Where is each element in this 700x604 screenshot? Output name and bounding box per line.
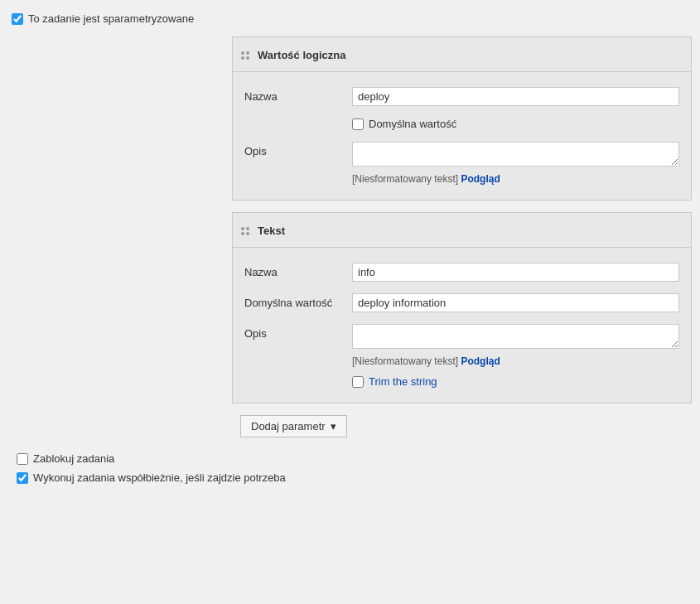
text-podglad-link[interactable]: Podgląd [461,355,500,367]
logical-nazwa-wrap [352,87,679,106]
logical-podglad-link[interactable]: Podgląd [461,173,500,185]
zablokuj-row: Zablokuj zadania [17,452,692,465]
logical-opis-row: Opis [233,138,691,170]
logical-title-text: Wartość logiczna [258,49,345,61]
text-opis-wrap [352,324,679,349]
text-nazwa-input[interactable] [352,263,679,282]
logical-value-section: Wartość logiczna Nazwa Domyślna wartość … [232,36,692,201]
logical-opis-textarea[interactable] [352,142,679,167]
logical-nazwa-row: Nazwa [233,84,691,109]
text-domyslna-label: Domyślna wartość [244,293,352,309]
wykonuj-checkbox[interactable] [17,472,28,484]
add-param-arrow-icon: ▾ [331,420,336,432]
section-dots-icon [241,51,249,60]
add-param-button[interactable]: Dodaj parametr ▾ [240,415,347,437]
text-section-title: Tekst [233,225,691,248]
bottom-checkboxes: Zablokuj zadania Wykonuj zadania współbi… [8,452,692,484]
text-opis-textarea[interactable] [352,324,679,349]
zablokuj-label[interactable]: Zablokuj zadania [33,452,114,465]
logical-domyslna-row: Domyślna wartość [233,114,691,133]
logical-domyslna-label[interactable]: Domyślna wartość [369,118,456,130]
text-nazwa-row: Nazwa [233,259,691,285]
text-format-text: [Niesformatowany tekst] [352,355,458,367]
text-section-dots-icon [241,227,249,235]
text-nazwa-wrap [352,263,679,282]
logical-opis-wrap [352,142,679,167]
logical-format-text: [Niesformatowany tekst] [352,173,458,185]
trim-row: Trim the string [233,370,691,391]
parametrized-label[interactable]: To zadanie jest sparametryzowane [28,12,194,25]
text-opis-row: Opis [233,321,691,352]
text-domyslna-input[interactable] [352,293,679,312]
add-param-label: Dodaj parametr [251,420,326,432]
logical-nazwa-input[interactable] [352,87,679,106]
logical-format-row: [Niesformatowany tekst] Podgląd [233,172,691,188]
text-title-text: Tekst [258,225,285,237]
wykonuj-label[interactable]: Wykonuj zadania współbieżnie, jeśli zajd… [33,471,286,484]
logical-nazwa-label: Nazwa [244,87,352,103]
text-section: Tekst Nazwa Domyślna wartość Opis [Niesf… [232,212,692,403]
text-nazwa-label: Nazwa [244,263,352,278]
add-param-section: Dodaj parametr ▾ [232,415,692,437]
text-domyslna-row: Domyślna wartość [233,290,691,316]
logical-domyslna-checkbox[interactable] [352,118,364,130]
top-checkbox-row: To zadanie jest sparametryzowane [8,12,692,25]
text-domyslna-wrap [352,293,679,312]
zablokuj-checkbox[interactable] [17,453,28,465]
text-opis-label: Opis [244,324,352,340]
logical-value-title: Wartość logiczna [233,49,691,72]
text-format-row: [Niesformatowany tekst] Podgląd [233,354,691,370]
parametrized-checkbox[interactable] [12,13,23,25]
trim-label[interactable]: Trim the string [369,375,437,388]
trim-checkbox[interactable] [352,376,364,388]
wykonuj-row: Wykonuj zadania współbieżnie, jeśli zajd… [17,471,692,484]
logical-opis-label: Opis [244,142,352,157]
